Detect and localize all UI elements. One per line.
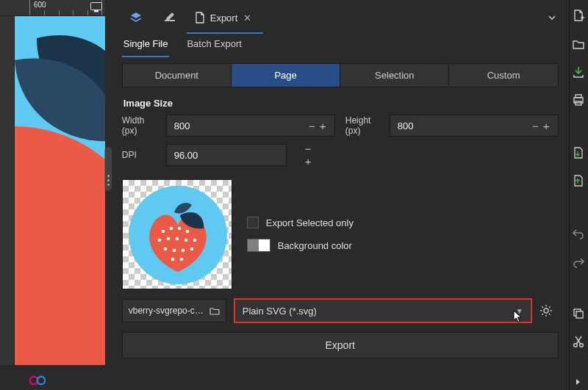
svg-point-14	[175, 237, 179, 241]
panel-tabs: Export ✕	[112, 0, 569, 35]
canvas-bottom-strip	[0, 365, 105, 390]
color-infinity-icon[interactable]	[29, 375, 46, 386]
svg-point-20	[190, 248, 193, 251]
chevron-down-icon[interactable]	[547, 12, 557, 23]
svg-point-12	[157, 239, 161, 242]
height-input[interactable]	[390, 120, 528, 131]
tab-edit[interactable]	[153, 1, 187, 34]
svg-rect-0	[90, 3, 101, 10]
right-toolbar	[569, 0, 588, 390]
new-document-icon[interactable]	[570, 7, 587, 24]
ruler-vertical	[0, 16, 15, 365]
gear-icon[interactable]	[539, 304, 559, 317]
tab-export-label: Export	[210, 12, 238, 24]
svg-point-23	[544, 308, 548, 313]
svg-point-19	[181, 249, 184, 253]
canvas[interactable]	[15, 16, 105, 365]
svg-point-18	[172, 249, 176, 253]
svg-point-2	[15, 126, 105, 365]
height-field[interactable]: −+	[390, 115, 559, 137]
height-stepper[interactable]: −+	[528, 120, 558, 132]
background-color-swatch[interactable]	[247, 239, 270, 252]
image-size-title: Image Size	[112, 87, 569, 115]
save-icon[interactable]	[570, 64, 587, 80]
scope-document[interactable]: Document	[122, 63, 232, 87]
export-preview	[122, 179, 232, 289]
ruler-tick-label: 600	[34, 1, 46, 9]
display-icon[interactable]	[90, 2, 102, 12]
svg-point-11	[185, 230, 189, 234]
background-color-row[interactable]: Background color	[247, 239, 559, 252]
svg-line-28	[542, 306, 543, 308]
svg-point-37	[574, 344, 578, 347]
svg-line-29	[549, 314, 551, 315]
copy-icon[interactable]	[570, 306, 587, 322]
tab-export[interactable]: Export ✕	[187, 1, 259, 34]
redo-icon[interactable]	[570, 253, 587, 270]
svg-point-17	[163, 248, 167, 251]
subtab-single-file[interactable]: Single File	[123, 38, 168, 57]
folder-icon[interactable]	[209, 306, 220, 315]
svg-line-31	[549, 306, 551, 308]
dpi-stepper[interactable]: −+	[305, 142, 316, 167]
ruler-horizontal: 600 70	[0, 0, 105, 16]
dpi-label: DPI	[122, 150, 156, 160]
svg-point-38	[580, 344, 584, 347]
svg-point-22	[179, 258, 183, 261]
document-icon	[194, 12, 206, 24]
svg-point-21	[171, 258, 174, 261]
svg-point-9	[169, 227, 173, 231]
open-folder-icon[interactable]	[570, 35, 587, 51]
height-label: Height (px)	[345, 115, 379, 137]
svg-point-10	[177, 227, 181, 231]
filename-text: vberry-svgrepo-com.svg	[129, 306, 205, 316]
print-icon[interactable]	[570, 92, 587, 108]
width-stepper[interactable]: −+	[305, 120, 334, 132]
width-field[interactable]: −+	[166, 115, 335, 137]
svg-rect-33	[576, 95, 581, 98]
cursor-icon	[513, 310, 523, 323]
cut-icon[interactable]	[570, 333, 587, 350]
export-selected-only-label: Export Selected only	[266, 217, 354, 228]
svg-point-8	[161, 230, 165, 234]
format-dropdown[interactable]: Plain SVG (*.svg) ▼	[234, 298, 532, 323]
canvas-scrollbar[interactable]	[105, 0, 112, 390]
subtab-batch-export[interactable]: Batch Export	[187, 38, 241, 57]
format-value: Plain SVG (*.svg)	[243, 306, 317, 317]
close-icon[interactable]: ✕	[243, 12, 251, 24]
width-label: Width (px)	[122, 115, 156, 137]
scope-custom[interactable]: Custom	[449, 63, 558, 87]
import-icon[interactable]	[570, 145, 587, 161]
canvas-area: 600 70	[0, 0, 105, 390]
export-doc-icon[interactable]	[570, 173, 587, 189]
svg-point-15	[184, 239, 187, 242]
svg-line-30	[542, 314, 543, 315]
dpi-field[interactable]: −+	[166, 144, 287, 166]
scope-page[interactable]: Page	[232, 63, 340, 87]
export-selected-only-row[interactable]: Export Selected only	[247, 217, 559, 228]
undo-icon[interactable]	[570, 225, 587, 241]
background-color-label: Background color	[278, 240, 352, 251]
filename-field[interactable]: vberry-svgrepo-com.svg	[122, 299, 226, 322]
export-selected-only-checkbox[interactable]	[247, 217, 259, 228]
tab-layers[interactable]	[119, 1, 153, 34]
dpi-input[interactable]	[167, 150, 305, 161]
export-button[interactable]: Export	[122, 332, 559, 358]
width-input[interactable]	[167, 120, 305, 131]
expand-right-icon[interactable]	[570, 374, 587, 390]
svg-point-13	[166, 237, 170, 241]
svg-rect-1	[94, 10, 98, 12]
export-panel: Export ✕ Single File Batch Export Docume…	[112, 0, 569, 390]
svg-point-16	[193, 239, 196, 242]
svg-rect-36	[576, 311, 583, 318]
scope-selection[interactable]: Selection	[340, 63, 449, 87]
